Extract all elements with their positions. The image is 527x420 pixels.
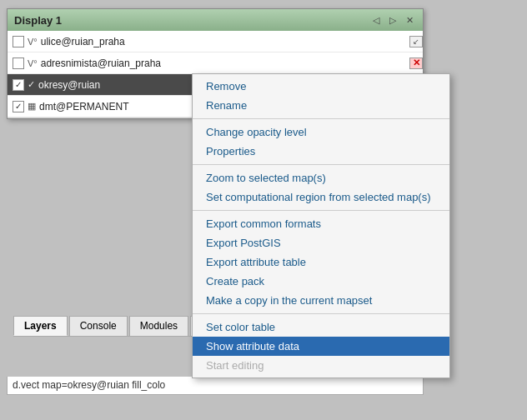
nav-right-btn[interactable]: ▷ <box>386 15 399 26</box>
ctx-export-postgis[interactable]: Export PostGIS <box>193 233 449 252</box>
status-text: d.vect map=okresy@ruian fill_colo <box>13 379 165 391</box>
titlebar-controls: ◁ ▷ ✕ <box>369 15 416 26</box>
layer-indicator-ulice[interactable]: ↙ <box>409 36 423 48</box>
layer-type-icon-ulice: V° <box>28 37 38 47</box>
context-menu: Remove Rename Change opacity level Prope… <box>192 73 450 378</box>
ctx-rename[interactable]: Rename <box>193 96 449 115</box>
tab-console[interactable]: Console <box>69 316 128 336</box>
layer-indicator-adres[interactable]: ✕ <box>409 58 423 69</box>
panel-titlebar: Display 1 ◁ ▷ ✕ <box>8 9 423 31</box>
ctx-create-pack[interactable]: Create pack <box>193 272 449 291</box>
layer-name-dmt: dmt@PERMANENT <box>39 101 129 112</box>
layer-name-ulice: ulice@ruian_praha <box>41 36 125 48</box>
ctx-sep-3 <box>193 210 449 211</box>
ctx-sep-1 <box>193 118 449 119</box>
layer-checkbox-adres[interactable] <box>13 58 24 69</box>
layer-name-okresy: okresy@ruian <box>38 79 100 91</box>
layer-type-icon-okresy: ✓ <box>28 79 35 90</box>
close-btn[interactable]: ✕ <box>403 15 416 26</box>
ctx-zoom-selected[interactable]: Zoom to selected map(s) <box>193 168 449 188</box>
panel-title: Display 1 <box>14 14 62 27</box>
status-bar: d.vect map=okresy@ruian fill_colo <box>7 377 424 395</box>
layer-checkbox-dmt[interactable] <box>13 101 24 112</box>
layer-name-adres: adresnimista@ruian_praha <box>41 58 161 69</box>
ctx-remove[interactable]: Remove <box>193 77 449 96</box>
ctx-export-common[interactable]: Export common formats <box>193 214 449 233</box>
layer-type-icon-adres: V° <box>28 58 38 68</box>
ctx-make-copy[interactable]: Make a copy in the current mapset <box>193 291 449 310</box>
ctx-properties[interactable]: Properties <box>193 142 449 161</box>
tab-layers[interactable]: Layers <box>13 316 68 336</box>
ctx-show-attr-data[interactable]: Show attribute data <box>193 337 449 356</box>
layer-checkbox-okresy[interactable] <box>13 79 24 91</box>
ctx-export-attr-table[interactable]: Export attribute table <box>193 252 449 272</box>
nav-left-btn[interactable]: ◁ <box>369 15 383 26</box>
layer-type-icon-dmt: ▦ <box>28 101 36 112</box>
ctx-start-editing: Start editing <box>193 356 449 375</box>
layer-item-ulice[interactable]: V° ulice@ruian_praha ↙ <box>8 31 423 52</box>
ctx-change-opacity[interactable]: Change opacity level <box>193 122 449 142</box>
ctx-sep-2 <box>193 164 449 165</box>
ctx-set-color-table[interactable]: Set color table <box>193 318 449 337</box>
ctx-set-comp-region[interactable]: Set computational region from selected m… <box>193 188 449 207</box>
ctx-sep-4 <box>193 313 449 314</box>
tab-modules[interactable]: Modules <box>129 316 188 336</box>
layer-item-adres[interactable]: V° adresnimista@ruian_praha ✕ <box>8 52 423 74</box>
layer-checkbox-ulice[interactable] <box>13 36 24 48</box>
